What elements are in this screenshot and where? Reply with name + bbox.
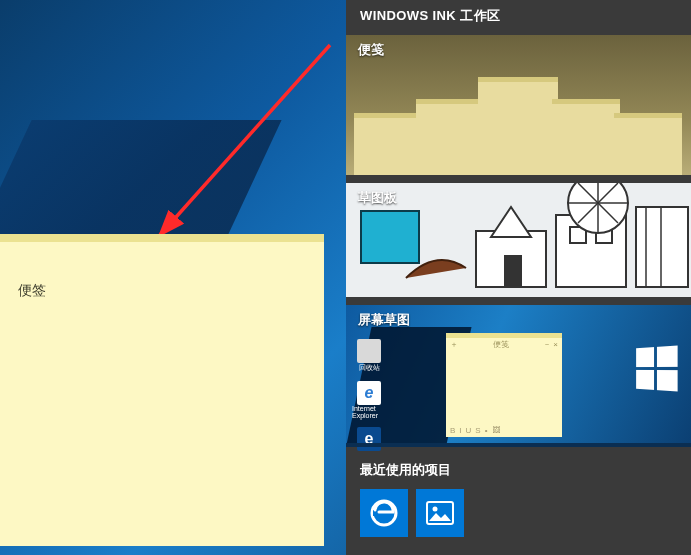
edge-icon: e: [352, 427, 386, 451]
sticky-preview-icon: [354, 113, 422, 175]
panel-title: WINDOWS INK 工作区: [346, 0, 691, 35]
ie-icon: e Internet Explorer: [352, 381, 386, 419]
svg-rect-4: [504, 255, 522, 287]
recent-app-photos[interactable]: [416, 489, 464, 537]
sticky-note-text: 便签: [18, 282, 306, 300]
recent-apps-row: [346, 489, 691, 537]
sketchpad-drawing: [346, 183, 691, 297]
edge-icon: [369, 498, 399, 528]
sticky-note[interactable]: 便签: [0, 234, 324, 546]
screenshot-desktop-icons: 回收站 e Internet Explorer e: [352, 339, 386, 451]
tile-label-screen-sketch: 屏幕草图: [358, 311, 410, 329]
sticky-preview-icon: [416, 99, 484, 175]
screenshot-sticky-note: ＋便笺－ × BIUS•🖼: [446, 333, 562, 437]
sticky-preview-icon: [614, 113, 682, 175]
tile-sketchpad[interactable]: 草图板: [346, 183, 691, 297]
tile-label-sketchpad: 草图板: [358, 189, 397, 207]
sticky-preview-icon: [552, 99, 620, 175]
svg-rect-2: [361, 211, 419, 263]
sticky-preview-icon: [478, 77, 558, 175]
windows-ink-workspace-panel: WINDOWS INK 工作区 便笺 草图板: [346, 0, 691, 555]
recycle-bin-icon: 回收站: [352, 339, 386, 373]
tile-sticky-notes[interactable]: 便笺: [346, 35, 691, 175]
svg-line-0: [160, 45, 330, 235]
windows-logo-icon: [636, 345, 678, 391]
svg-point-19: [433, 507, 438, 512]
photos-icon: [426, 501, 454, 525]
tile-screen-sketch[interactable]: 屏幕草图 回收站 e Internet Explorer e ＋便笺－ × BI…: [346, 305, 691, 447]
screenshot-taskbar: [346, 443, 691, 447]
tile-label-sticky: 便笺: [358, 41, 384, 59]
recent-app-edge[interactable]: [360, 489, 408, 537]
svg-rect-8: [636, 207, 688, 287]
recent-section-label: 最近使用的项目: [346, 455, 691, 489]
annotation-arrow: [140, 40, 340, 250]
